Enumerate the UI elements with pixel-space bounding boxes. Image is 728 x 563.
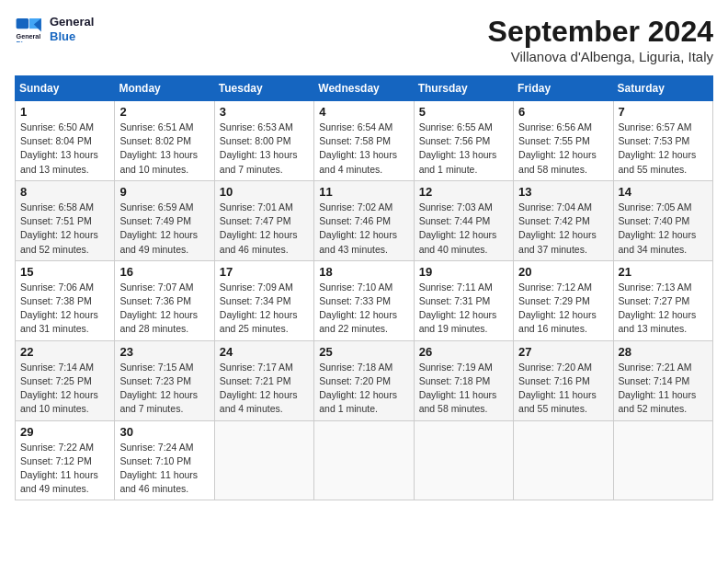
svg-rect-0	[17, 18, 29, 29]
calendar-header: SundayMondayTuesdayWednesdayThursdayFrid…	[16, 76, 713, 101]
calendar-table: SundayMondayTuesdayWednesdayThursdayFrid…	[15, 75, 713, 500]
calendar-subtitle: Villanova d'Albenga, Liguria, Italy	[488, 49, 713, 64]
day-number: 6	[518, 105, 608, 119]
calendar-cell	[314, 420, 414, 500]
calendar-cell: 10Sunrise: 7:01 AM Sunset: 7:47 PM Dayli…	[214, 180, 313, 260]
calendar-cell: 12Sunrise: 7:03 AM Sunset: 7:44 PM Dayli…	[414, 180, 513, 260]
day-number: 1	[20, 105, 109, 119]
calendar-cell: 16Sunrise: 7:07 AM Sunset: 7:36 PM Dayli…	[115, 260, 214, 340]
day-detail: Sunrise: 7:01 AM Sunset: 7:47 PM Dayligh…	[220, 201, 309, 257]
day-number: 28	[619, 345, 708, 359]
day-number: 16	[119, 265, 209, 279]
day-detail: Sunrise: 7:21 AM Sunset: 7:14 PM Dayligh…	[619, 361, 708, 417]
calendar-cell: 20Sunrise: 7:12 AM Sunset: 7:29 PM Dayli…	[514, 260, 613, 340]
header-day-friday: Friday	[514, 76, 613, 101]
day-number: 12	[419, 185, 508, 199]
day-detail: Sunrise: 7:03 AM Sunset: 7:44 PM Dayligh…	[419, 201, 508, 257]
day-number: 13	[518, 185, 608, 199]
calendar-cell	[514, 420, 613, 500]
calendar-cell: 8Sunrise: 6:58 AM Sunset: 7:51 PM Daylig…	[16, 180, 115, 260]
day-number: 27	[518, 345, 608, 359]
day-detail: Sunrise: 7:09 AM Sunset: 7:34 PM Dayligh…	[220, 281, 309, 337]
calendar-cell: 24Sunrise: 7:17 AM Sunset: 7:21 PM Dayli…	[214, 340, 313, 420]
day-detail: Sunrise: 7:12 AM Sunset: 7:29 PM Dayligh…	[518, 281, 608, 337]
day-number: 29	[20, 425, 109, 439]
day-number: 8	[20, 185, 109, 199]
calendar-cell: 30Sunrise: 7:24 AM Sunset: 7:10 PM Dayli…	[115, 420, 214, 500]
calendar-cell: 18Sunrise: 7:10 AM Sunset: 7:33 PM Dayli…	[314, 260, 414, 340]
day-detail: Sunrise: 6:56 AM Sunset: 7:55 PM Dayligh…	[518, 121, 608, 177]
logo-text-blue: Blue	[50, 29, 94, 44]
day-detail: Sunrise: 7:18 AM Sunset: 7:20 PM Dayligh…	[319, 361, 408, 417]
day-detail: Sunrise: 6:57 AM Sunset: 7:53 PM Dayligh…	[619, 121, 708, 177]
logo-icon: General Blue	[15, 17, 44, 42]
day-number: 23	[119, 345, 209, 359]
day-number: 10	[220, 185, 309, 199]
day-number: 14	[619, 185, 708, 199]
day-number: 20	[518, 265, 608, 279]
day-detail: Sunrise: 6:59 AM Sunset: 7:49 PM Dayligh…	[119, 201, 209, 257]
calendar-cell: 1Sunrise: 6:50 AM Sunset: 8:04 PM Daylig…	[16, 101, 115, 181]
logo-text-general: General	[50, 15, 94, 29]
calendar-cell	[613, 420, 712, 500]
calendar-cell: 15Sunrise: 7:06 AM Sunset: 7:38 PM Dayli…	[16, 260, 115, 340]
header-row: SundayMondayTuesdayWednesdayThursdayFrid…	[16, 76, 713, 101]
day-detail: Sunrise: 7:20 AM Sunset: 7:16 PM Dayligh…	[518, 361, 608, 417]
logo: General Blue General Blue	[15, 15, 94, 43]
day-number: 25	[319, 345, 408, 359]
calendar-week-0: 1Sunrise: 6:50 AM Sunset: 8:04 PM Daylig…	[16, 101, 713, 181]
header-day-saturday: Saturday	[613, 76, 712, 101]
day-detail: Sunrise: 7:17 AM Sunset: 7:21 PM Dayligh…	[220, 361, 309, 417]
day-detail: Sunrise: 6:53 AM Sunset: 8:00 PM Dayligh…	[220, 121, 309, 177]
calendar-cell: 21Sunrise: 7:13 AM Sunset: 7:27 PM Dayli…	[613, 260, 712, 340]
calendar-cell: 26Sunrise: 7:19 AM Sunset: 7:18 PM Dayli…	[414, 340, 513, 420]
day-detail: Sunrise: 6:55 AM Sunset: 7:56 PM Dayligh…	[419, 121, 508, 177]
day-number: 5	[419, 105, 508, 119]
day-detail: Sunrise: 7:22 AM Sunset: 7:12 PM Dayligh…	[20, 441, 109, 497]
day-detail: Sunrise: 7:07 AM Sunset: 7:36 PM Dayligh…	[119, 281, 209, 337]
day-detail: Sunrise: 6:58 AM Sunset: 7:51 PM Dayligh…	[20, 201, 109, 257]
header-day-sunday: Sunday	[16, 76, 115, 101]
day-number: 21	[619, 265, 708, 279]
calendar-cell: 29Sunrise: 7:22 AM Sunset: 7:12 PM Dayli…	[16, 420, 115, 500]
calendar-cell: 22Sunrise: 7:14 AM Sunset: 7:25 PM Dayli…	[16, 340, 115, 420]
day-number: 18	[319, 265, 408, 279]
header-day-wednesday: Wednesday	[314, 76, 414, 101]
calendar-cell: 25Sunrise: 7:18 AM Sunset: 7:20 PM Dayli…	[314, 340, 414, 420]
calendar-cell: 27Sunrise: 7:20 AM Sunset: 7:16 PM Dayli…	[514, 340, 613, 420]
day-detail: Sunrise: 7:24 AM Sunset: 7:10 PM Dayligh…	[119, 441, 209, 497]
day-detail: Sunrise: 7:06 AM Sunset: 7:38 PM Dayligh…	[20, 281, 109, 337]
calendar-week-3: 22Sunrise: 7:14 AM Sunset: 7:25 PM Dayli…	[16, 340, 713, 420]
calendar-week-4: 29Sunrise: 7:22 AM Sunset: 7:12 PM Dayli…	[16, 420, 713, 500]
calendar-cell: 5Sunrise: 6:55 AM Sunset: 7:56 PM Daylig…	[414, 101, 513, 181]
day-detail: Sunrise: 7:04 AM Sunset: 7:42 PM Dayligh…	[518, 201, 608, 257]
day-number: 22	[20, 345, 109, 359]
calendar-cell	[414, 420, 513, 500]
header: General Blue General Blue September 2024…	[15, 15, 713, 64]
calendar-cell: 11Sunrise: 7:02 AM Sunset: 7:46 PM Dayli…	[314, 180, 414, 260]
day-number: 7	[619, 105, 708, 119]
day-number: 4	[319, 105, 408, 119]
day-number: 9	[119, 185, 209, 199]
header-day-thursday: Thursday	[414, 76, 513, 101]
day-detail: Sunrise: 6:54 AM Sunset: 7:58 PM Dayligh…	[319, 121, 408, 177]
calendar-cell: 2Sunrise: 6:51 AM Sunset: 8:02 PM Daylig…	[115, 101, 214, 181]
day-detail: Sunrise: 7:02 AM Sunset: 7:46 PM Dayligh…	[319, 201, 408, 257]
calendar-cell: 13Sunrise: 7:04 AM Sunset: 7:42 PM Dayli…	[514, 180, 613, 260]
header-day-tuesday: Tuesday	[214, 76, 313, 101]
calendar-cell: 23Sunrise: 7:15 AM Sunset: 7:23 PM Dayli…	[115, 340, 214, 420]
day-detail: Sunrise: 7:05 AM Sunset: 7:40 PM Dayligh…	[619, 201, 708, 257]
day-detail: Sunrise: 6:50 AM Sunset: 8:04 PM Dayligh…	[20, 121, 109, 177]
day-detail: Sunrise: 7:15 AM Sunset: 7:23 PM Dayligh…	[119, 361, 209, 417]
calendar-cell: 3Sunrise: 6:53 AM Sunset: 8:00 PM Daylig…	[214, 101, 313, 181]
day-number: 30	[119, 425, 209, 439]
calendar-cell: 28Sunrise: 7:21 AM Sunset: 7:14 PM Dayli…	[613, 340, 712, 420]
header-day-monday: Monday	[115, 76, 214, 101]
day-number: 3	[220, 105, 309, 119]
day-number: 17	[220, 265, 309, 279]
day-detail: Sunrise: 7:19 AM Sunset: 7:18 PM Dayligh…	[419, 361, 508, 417]
calendar-week-1: 8Sunrise: 6:58 AM Sunset: 7:51 PM Daylig…	[16, 180, 713, 260]
svg-text:Blue: Blue	[17, 40, 31, 42]
calendar-cell: 17Sunrise: 7:09 AM Sunset: 7:34 PM Dayli…	[214, 260, 313, 340]
day-detail: Sunrise: 7:10 AM Sunset: 7:33 PM Dayligh…	[319, 281, 408, 337]
